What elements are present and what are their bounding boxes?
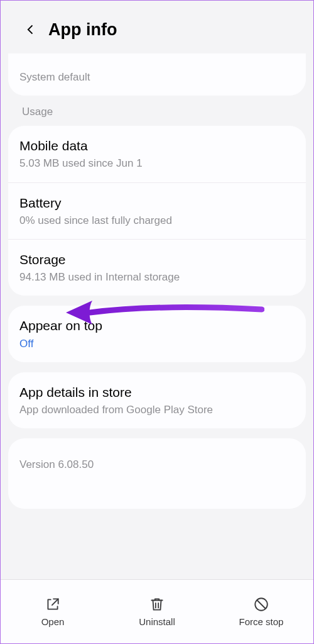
mobile-data-sub: 5.03 MB used since Jun 1 <box>19 157 295 170</box>
chevron-left-icon <box>24 23 37 36</box>
header: App info <box>1 1 313 53</box>
row-mobile-data[interactable]: Mobile data 5.03 MB used since Jun 1 <box>8 126 306 182</box>
open-label: Open <box>41 616 65 627</box>
page-title: App info <box>48 20 117 40</box>
storage-sub: 94.13 MB used in Internal storage <box>19 270 295 284</box>
appear-on-top-title: Appear on top <box>19 317 295 335</box>
card-appear-on-top: Appear on top Off <box>8 306 306 362</box>
battery-sub: 0% used since last fully charged <box>19 214 295 228</box>
storage-title: Storage <box>19 251 295 269</box>
mobile-data-title: Mobile data <box>19 137 295 155</box>
app-details-title: App details in store <box>19 384 295 401</box>
language-title: Language <box>19 60 295 69</box>
open-button[interactable]: Open <box>1 580 105 643</box>
bottom-bar: Open Uninstall Force stop <box>1 579 313 643</box>
back-button[interactable] <box>19 18 42 41</box>
stop-icon <box>253 596 269 613</box>
row-storage[interactable]: Storage 94.13 MB used in Internal storag… <box>8 239 306 296</box>
content-scroll[interactable]: . Language System default Usage Mobile d… <box>1 53 313 579</box>
card-app-basic: . Language System default <box>8 53 306 96</box>
row-battery[interactable]: Battery 0% used since last fully charged <box>8 182 306 239</box>
appear-on-top-sub: Off <box>19 337 295 351</box>
force-stop-button[interactable]: Force stop <box>209 580 313 643</box>
trash-icon <box>149 596 165 613</box>
app-details-sub: App downloaded from Google Play Store <box>19 403 295 417</box>
row-appear-on-top[interactable]: Appear on top Off <box>8 306 306 362</box>
row-language[interactable]: Language System default <box>8 53 306 96</box>
battery-title: Battery <box>19 194 295 212</box>
language-sub: System default <box>19 70 295 84</box>
card-version: Version 6.08.50 <box>8 438 306 509</box>
row-app-details[interactable]: App details in store App downloaded from… <box>8 372 306 428</box>
open-icon <box>45 596 61 613</box>
force-stop-label: Force stop <box>239 616 284 627</box>
version-text: Version 6.08.50 <box>19 458 295 471</box>
uninstall-label: Uninstall <box>139 616 175 627</box>
uninstall-button[interactable]: Uninstall <box>105 580 209 643</box>
card-app-details: App details in store App downloaded from… <box>8 372 306 428</box>
card-usage: Mobile data 5.03 MB used since Jun 1 Bat… <box>8 126 306 296</box>
section-usage-label: Usage <box>8 106 306 126</box>
